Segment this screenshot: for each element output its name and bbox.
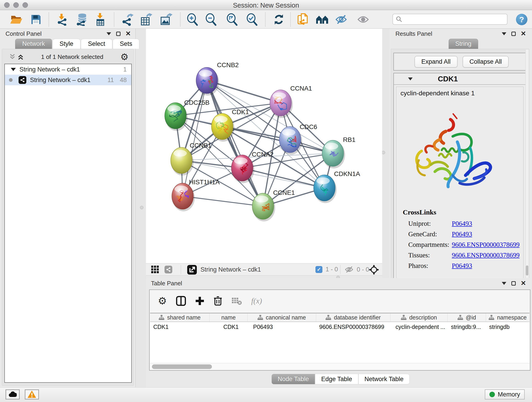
panel-collapse-icon[interactable]: [502, 282, 506, 285]
panel-float-icon[interactable]: [511, 281, 516, 286]
help-button[interactable]: ?: [516, 14, 527, 25]
panel-close-icon[interactable]: ✕: [126, 31, 131, 37]
tab-sets[interactable]: Sets: [113, 39, 139, 49]
zoom-in-button[interactable]: [186, 13, 199, 26]
apply-layout-button[interactable]: [272, 13, 285, 26]
panel-close-icon[interactable]: ✕: [521, 280, 526, 287]
expand-all-button[interactable]: Expand All: [414, 56, 457, 68]
first-neighbors-button[interactable]: [316, 13, 329, 26]
export-image-button[interactable]: [159, 13, 173, 26]
import-network-from-database-button[interactable]: [75, 13, 89, 26]
memory-button[interactable]: Memory: [485, 389, 525, 400]
column-header[interactable]: description: [390, 313, 448, 322]
node-label[interactable]: CDC6: [300, 123, 317, 130]
birdseye-grid-button[interactable]: [150, 264, 160, 274]
results-scrollbar-thumb[interactable]: [526, 265, 528, 275]
network-view-grid-mode-button[interactable]: [163, 264, 173, 274]
column-header[interactable]: namespace: [486, 313, 530, 322]
cell-database-identifier[interactable]: 9606.ENSP00000378699: [316, 322, 391, 332]
network-canvas[interactable]: CCNB2CCNA1CDC25BCDK1CDC6RB1CCNB1CCNA2CDK…: [146, 29, 382, 263]
zoom-selected-button[interactable]: [245, 13, 259, 26]
tree-icon: [159, 315, 164, 320]
panel-float-icon[interactable]: [116, 32, 120, 36]
node-label[interactable]: HIST1H1A: [189, 179, 220, 186]
cloud-status-button[interactable]: [6, 389, 20, 400]
crosslink-link[interactable]: P06493: [452, 262, 472, 269]
export-table-button[interactable]: [140, 13, 153, 26]
protein-card-header[interactable]: CDK1: [394, 73, 526, 85]
panel-float-icon[interactable]: [511, 32, 516, 36]
tab-style[interactable]: Style: [52, 39, 80, 49]
cell-namespace[interactable]: stringdb: [486, 322, 530, 332]
column-header[interactable]: @id: [448, 313, 486, 322]
crosslink-link[interactable]: P06493: [452, 230, 472, 238]
navigator-button[interactable]: [369, 264, 379, 275]
collapse-all-icon[interactable]: [9, 53, 16, 61]
tab-network-table[interactable]: Network Table: [358, 374, 410, 384]
node-label[interactable]: CDKN1A: [334, 170, 360, 177]
show-all-button[interactable]: [357, 13, 370, 26]
node-label[interactable]: CCNE1: [273, 189, 295, 196]
crosslink-link[interactable]: P06493: [452, 220, 472, 227]
cell-at-id[interactable]: stringdb:9...: [448, 322, 486, 332]
warning-status-button[interactable]: [25, 389, 39, 400]
node-label[interactable]: RB1: [343, 136, 355, 143]
export-network-button[interactable]: [121, 13, 134, 26]
zoom-out-button[interactable]: [204, 13, 218, 26]
show-columns-icon[interactable]: [176, 296, 186, 306]
column-header[interactable]: shared name: [150, 313, 210, 322]
tab-string[interactable]: String: [449, 39, 478, 49]
node-label[interactable]: CCNA1: [290, 85, 312, 92]
expand-triangle-icon[interactable]: [11, 68, 16, 71]
tab-node-table[interactable]: Node Table: [272, 374, 315, 384]
open-session-button[interactable]: [10, 13, 23, 26]
add-column-plus-icon[interactable]: [195, 296, 204, 306]
cell-canonical-name[interactable]: P06493: [248, 322, 316, 332]
cell-description[interactable]: cyclin-dependent ...: [390, 322, 448, 332]
table-row[interactable]: CDK1 CDK1 P06493 9606.ENSP00000378699 cy…: [150, 322, 530, 332]
table-settings-gear-icon[interactable]: ⚙: [158, 296, 167, 306]
column-header[interactable]: name: [210, 313, 248, 322]
delete-column-trash-icon[interactable]: [214, 296, 222, 306]
crosslink-row: Uniprot: P06493: [408, 220, 527, 227]
left-splitter-handle[interactable]: [140, 206, 143, 209]
panel-collapse-icon[interactable]: [107, 32, 111, 35]
node-label[interactable]: CCNA2: [252, 151, 273, 158]
network-collection-row[interactable]: String Network – cdk1 1: [5, 64, 131, 75]
detach-view-button[interactable]: [187, 264, 197, 275]
zoom-fit-button[interactable]: [225, 13, 239, 26]
gear-icon[interactable]: ⚙: [120, 52, 128, 61]
collapse-triangle-icon[interactable]: [408, 77, 413, 80]
search-input[interactable]: [403, 16, 501, 23]
collapse-all-button[interactable]: Collapse All: [462, 56, 509, 68]
hide-selected-button[interactable]: [335, 13, 348, 26]
network-row[interactable]: String Network – cdk1 11 48: [5, 75, 131, 85]
column-header[interactable]: database identifier: [316, 313, 391, 322]
import-network-from-file-button[interactable]: [56, 13, 69, 26]
column-header[interactable]: canonical name: [248, 313, 316, 322]
panel-close-icon[interactable]: ✕: [521, 31, 526, 37]
selected-checkbox-icon[interactable]: ✓: [316, 266, 322, 273]
panel-collapse-icon[interactable]: [502, 32, 506, 35]
save-session-button[interactable]: [29, 13, 43, 26]
import-table-from-file-button[interactable]: [94, 13, 107, 26]
node-label[interactable]: CCNB2: [217, 61, 239, 69]
right-splitter-handle[interactable]: [382, 151, 385, 154]
tab-network[interactable]: Network: [15, 39, 52, 49]
expand-all-icon[interactable]: [17, 53, 24, 61]
current-network-indicator: [9, 78, 13, 82]
node-label[interactable]: CDC25B: [184, 99, 209, 106]
crosslink-link[interactable]: 9606.ENSP00000378699: [452, 241, 520, 249]
cell-name[interactable]: CDK1: [210, 322, 248, 332]
node-label[interactable]: CCNB1: [190, 142, 211, 149]
table-horizontal-scrollbar[interactable]: [150, 363, 530, 370]
results-scrollbar[interactable]: [525, 50, 529, 296]
crosslink-link[interactable]: 9606.ENSP00000378699: [452, 251, 520, 259]
clone-network-button[interactable]: [297, 13, 310, 26]
table-scrollbar-thumb[interactable]: [152, 364, 212, 369]
node-label[interactable]: CDK1: [232, 108, 249, 115]
network-view[interactable]: CCNB2CCNA1CDC25BCDK1CDC6RB1CCNB1CCNA2CDK…: [146, 29, 382, 263]
tab-select[interactable]: Select: [81, 39, 112, 49]
cell-shared-name[interactable]: CDK1: [150, 322, 210, 332]
tab-edge-table[interactable]: Edge Table: [315, 374, 358, 384]
